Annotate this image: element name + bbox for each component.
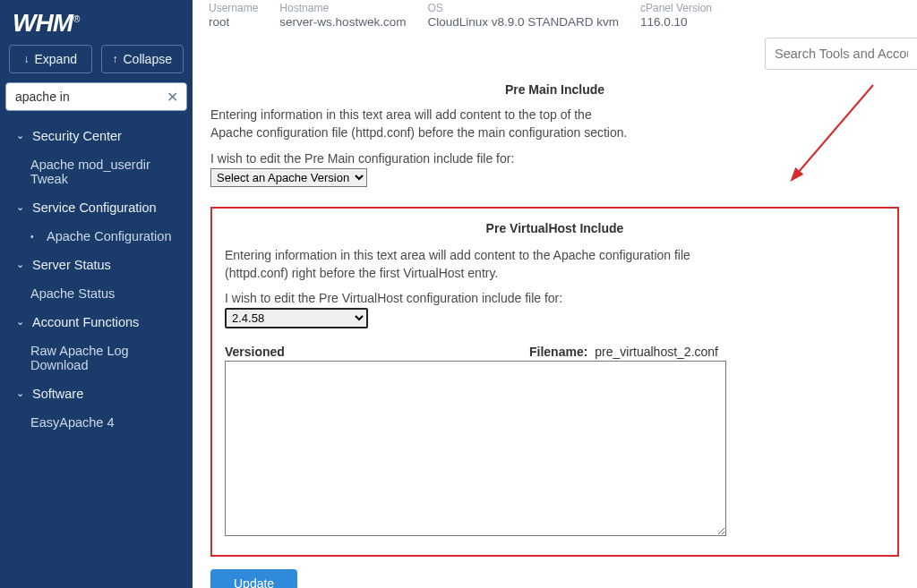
expand-label: Expand [35,52,77,66]
sidebar-item-label: Software [32,387,83,401]
arrow-up-icon: ↑ [113,54,118,64]
topbar-hostname-label: Hostname [279,2,406,14]
filename-label: Filename: [529,345,587,359]
sidebar-group-service-configuration[interactable]: ⌄ Service Configuration [0,193,193,222]
sidebar-item-label: Apache Status [30,286,115,301]
arrow-down-icon: ↓ [24,54,30,64]
prevhost-version-select[interactable]: 2.4.58 [225,308,368,328]
sidebar-filter-wrap: ✕ [0,82,193,118]
sidebar-item-label: Raw Apache Log Download [30,344,180,372]
sidebar-item-label: Server Status [32,258,111,272]
prevhost-desc: Entering information in this text area w… [225,246,690,283]
collapse-label: Collapse [124,52,172,66]
premain-version-select[interactable]: Select an Apache Version [210,168,367,187]
topbar-username-label: Username [209,2,258,14]
sidebar-item-mod-userdir[interactable]: Apache mod_userdir Tweak [0,150,193,193]
sidebar-group-security-center[interactable]: ⌄ Security Center [0,122,193,150]
topbar: Username root Hostname server-ws.hostwek… [193,0,917,36]
topbar-cpanel-label: cPanel Version [640,2,712,14]
sidebar-group-server-status[interactable]: ⌄ Server Status [0,251,193,279]
prevhost-section: Pre VirtualHost Include Entering informa… [210,207,899,558]
sidebar-item-label: EasyApache 4 [30,415,115,430]
sidebar-item-label: Service Configuration [32,200,157,215]
collapse-button[interactable]: ↑ Collapse [101,45,184,73]
expand-button[interactable]: ↓ Expand [9,45,92,73]
topbar-cpanel-value: 116.0.10 [640,15,712,29]
logo-text: WHM® [13,9,79,37]
prevhost-title: Pre VirtualHost Include [225,221,885,235]
chevron-down-icon: ⌄ [16,201,27,213]
topbar-hostname: Hostname server-ws.hostwek.com [279,2,406,29]
prevhost-version-row: Versioned Filename: pre_virtualhost_2.co… [225,345,885,359]
sidebar-item-label: Apache mod_userdir Tweak [30,158,180,186]
content: Pre Main Include Entering information in… [193,82,917,588]
global-search-input[interactable] [765,38,917,70]
update-button[interactable]: Update [210,569,297,588]
clear-filter-icon[interactable]: ✕ [164,89,180,105]
main-area: Username root Hostname server-ws.hostwek… [193,0,917,588]
topbar-os-label: OS [427,2,619,14]
filename-value: pre_virtualhost_2.conf [595,345,718,359]
sidebar-item-label: Security Center [32,129,122,143]
topbar-hostname-value: server-ws.hostwek.com [279,15,406,29]
sidebar-item-label: Account Functions [32,315,139,329]
premain-wish: I wish to edit the Pre Main configuratio… [210,151,899,166]
sidebar-filter-input[interactable] [5,82,187,111]
sidebar-item-apache-configuration[interactable]: • Apache Configuration [0,222,193,251]
prevhost-textarea[interactable] [225,361,726,536]
chevron-down-icon: ⌄ [16,130,27,141]
sidebar-item-raw-apache-log[interactable]: Raw Apache Log Download [0,337,193,379]
topbar-cpanel: cPanel Version 116.0.10 [640,2,712,29]
sidebar-item-label: Apache Configuration [47,229,171,243]
sidebar-nav: ⌄ Security Center Apache mod_userdir Twe… [0,118,193,588]
premain-desc: Entering information in this text area w… [210,106,631,142]
logo-main: WHM [13,9,73,37]
sidebar: WHM® ↓ Expand ↑ Collapse ✕ ⌄ Security Ce… [0,0,193,588]
versioned-label: Versioned [225,345,529,359]
sidebar-item-apache-status[interactable]: Apache Status [0,279,193,308]
logo-reg: ® [73,14,79,24]
sidebar-group-software[interactable]: ⌄ Software [0,379,193,408]
prevhost-wish: I wish to edit the Pre VirtualHost confi… [225,291,885,305]
logo: WHM® [0,0,193,45]
topbar-username-value: root [209,15,258,29]
chevron-down-icon: ⌄ [16,316,27,328]
topbar-os-value: CloudLinux v8.9.0 STANDARD kvm [427,15,619,29]
sidebar-group-account-functions[interactable]: ⌄ Account Functions [0,308,193,337]
sidebar-item-easyapache4[interactable]: EasyApache 4 [0,408,193,437]
topbar-username: Username root [209,2,258,29]
global-search-wrap [765,38,917,70]
bullet-icon: • [30,232,41,242]
chevron-down-icon: ⌄ [16,388,27,399]
premain-title: Pre Main Include [210,82,899,97]
expand-collapse-row: ↓ Expand ↑ Collapse [0,45,193,82]
topbar-os: OS CloudLinux v8.9.0 STANDARD kvm [427,2,619,29]
chevron-down-icon: ⌄ [16,259,27,270]
